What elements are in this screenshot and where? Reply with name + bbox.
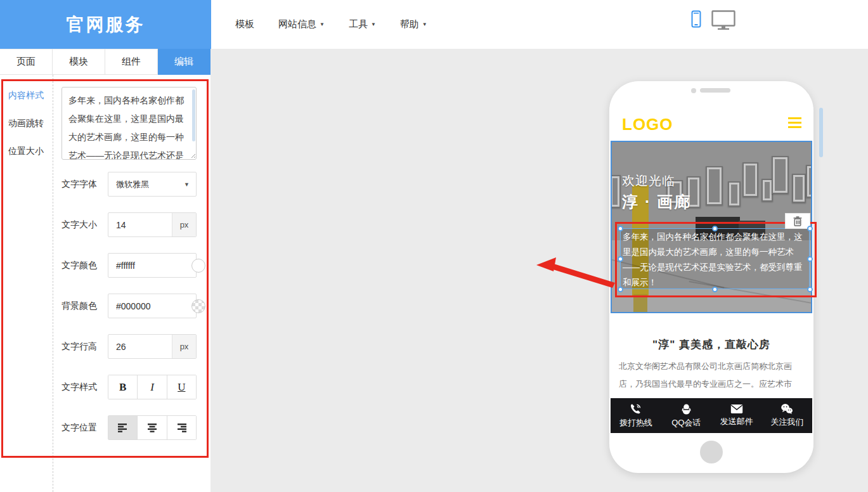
text-color-control [108, 253, 197, 278]
chevron-down-icon: ▼ [320, 22, 325, 27]
brand-header: 官网服务 [0, 0, 211, 49]
hero-banner-selected[interactable]: 欢迎光临 淳 · 画廊 多年来，国内各种名家创作都会聚集在这里，这里是国内最大的… [611, 141, 812, 313]
chevron-down-icon: ▼ [422, 22, 427, 27]
menu-icon[interactable] [788, 117, 801, 128]
align-left-icon [118, 424, 128, 432]
hero-title-text: 淳 · 画廊 [622, 191, 691, 212]
text-align-group [108, 415, 197, 440]
underline-button[interactable]: U [167, 375, 196, 399]
tab-edit[interactable]: 编辑 [158, 49, 211, 75]
bg-color-swatch[interactable] [191, 299, 205, 313]
chevron-down-icon: ▼ [371, 22, 376, 27]
row-text-align: 文字位置 [0, 415, 211, 440]
bg-color-input[interactable] [108, 294, 196, 318]
qq-icon [680, 403, 692, 415]
line-height-label: 文字行高 [62, 341, 97, 353]
phone-home-button[interactable] [700, 441, 723, 463]
row-bg-color: 背景颜色 [0, 294, 211, 318]
section-body-text: 北京文华阁艺术品有限公司北京画店简称北京画店，乃我国当代最早的专业画店之一。应艺… [619, 358, 804, 393]
preview-scrollbar[interactable] [819, 108, 823, 157]
italic-button[interactable]: I [138, 375, 167, 399]
call-icon [630, 403, 642, 415]
bg-color-label: 背景颜色 [62, 301, 97, 312]
section-heading: "淳" 真美感，直敲心房 [611, 337, 812, 352]
align-center-button[interactable] [138, 416, 167, 439]
resize-handle-sw[interactable] [618, 287, 623, 292]
footer-follow-us[interactable]: 关注我们 [762, 398, 813, 433]
hero-paragraph: 多年来，国内各种名家创作都会聚集在这里，这里是国内最大的艺术画廊，这里的每一种艺… [623, 230, 808, 290]
row-font-family: 文字字体 微软雅黑 ▼ [0, 172, 211, 197]
font-size-unit: px [172, 213, 196, 236]
align-center-icon [147, 424, 157, 432]
site-logo[interactable]: LOGO [622, 115, 673, 134]
tab-component[interactable]: 组件 [105, 49, 158, 75]
selected-text-block[interactable]: 多年来，国内各种名家创作都会聚集在这里，这里是国内最大的艺术画廊，这里的每一种艺… [620, 228, 810, 289]
mobile-footer-bar: 拨打热线 QQ会话 [611, 398, 812, 433]
mobile-preview-icon[interactable] [691, 10, 701, 28]
font-size-input[interactable] [108, 213, 172, 236]
phone-preview: LOGO [609, 81, 813, 473]
text-color-input[interactable] [108, 254, 196, 277]
annotation-arrow [533, 256, 621, 293]
tab-page[interactable]: 页面 [0, 49, 53, 75]
app-window: 官网服务 模板 网站信息 ▼ 工具 ▼ 帮助 ▼ [0, 0, 868, 492]
text-align-label: 文字位置 [62, 422, 97, 434]
resize-handle-ne[interactable] [807, 226, 813, 231]
resize-handle-e[interactable] [807, 256, 813, 262]
font-family-value: 微软雅黑 [116, 179, 149, 190]
text-color-swatch[interactable] [191, 259, 205, 273]
font-family-select[interactable]: 微软雅黑 ▼ [108, 172, 197, 197]
edit-panel: 内容样式 动画跳转 位置大小 文字字体 微软雅黑 ▼ 文字大小 px 文字颜色 [0, 75, 211, 492]
resize-handle-se[interactable] [807, 287, 813, 292]
nav-tools[interactable]: 工具 ▼ [349, 18, 376, 30]
phone-speaker-bar [700, 88, 730, 93]
text-style-group: B I U [108, 375, 197, 399]
delete-block-button[interactable] [785, 213, 810, 229]
resize-handle-w[interactable] [618, 256, 623, 262]
panel-menu-position-size[interactable]: 位置大小 [8, 146, 49, 157]
phone-camera-dot [691, 88, 696, 93]
phone-screen: LOGO [611, 107, 812, 433]
trash-icon [793, 216, 802, 226]
font-size-control: px [108, 212, 197, 237]
mail-icon [730, 404, 743, 414]
resize-handle-nw[interactable] [618, 226, 623, 231]
line-height-control: px [108, 334, 197, 359]
preview-device-toggle [691, 10, 735, 30]
nav-help[interactable]: 帮助 ▼ [400, 18, 427, 30]
align-right-icon [176, 424, 186, 432]
row-text-style: 文字样式 B I U [0, 375, 211, 399]
desktop-preview-icon[interactable] [711, 10, 735, 30]
nav-template[interactable]: 模板 [235, 18, 254, 30]
text-color-label: 文字颜色 [62, 260, 97, 271]
align-left-button[interactable] [108, 416, 138, 439]
wechat-icon [781, 403, 793, 415]
font-family-label: 文字字体 [62, 179, 97, 190]
chevron-down-icon: ▼ [184, 181, 190, 188]
tab-module[interactable]: 模块 [53, 49, 105, 75]
nav-site-info[interactable]: 网站信息 ▼ [278, 18, 325, 30]
footer-qq-chat[interactable]: QQ会话 [661, 398, 712, 433]
textarea-scrollbar[interactable] [192, 89, 195, 141]
resize-handle-s[interactable] [712, 287, 718, 292]
bg-color-control [108, 294, 197, 318]
bold-button[interactable]: B [108, 375, 138, 399]
row-font-size: 文字大小 px [0, 212, 211, 237]
align-right-button[interactable] [167, 416, 196, 439]
panel-menu-animation[interactable]: 动画跳转 [8, 118, 49, 129]
resize-handle-n[interactable] [712, 226, 718, 231]
row-text-color: 文字颜色 [0, 253, 211, 278]
line-height-input[interactable] [108, 335, 172, 358]
mobile-site-header: LOGO [611, 107, 812, 141]
row-line-height: 文字行高 px [0, 334, 211, 359]
left-tabbar: 页面 模块 组件 编辑 [0, 49, 211, 75]
brand-title: 官网服务 [67, 13, 145, 37]
top-nav: 模板 网站信息 ▼ 工具 ▼ 帮助 ▼ [211, 0, 868, 49]
footer-call-hotline[interactable]: 拨打热线 [611, 398, 661, 433]
line-height-unit: px [172, 335, 196, 358]
hero-welcome-text: 欢迎光临 [622, 172, 675, 190]
content-text-input[interactable] [62, 87, 197, 160]
font-size-label: 文字大小 [62, 219, 97, 231]
panel-menu-content-style[interactable]: 内容样式 [8, 90, 49, 101]
footer-send-email[interactable]: 发送邮件 [711, 398, 762, 433]
